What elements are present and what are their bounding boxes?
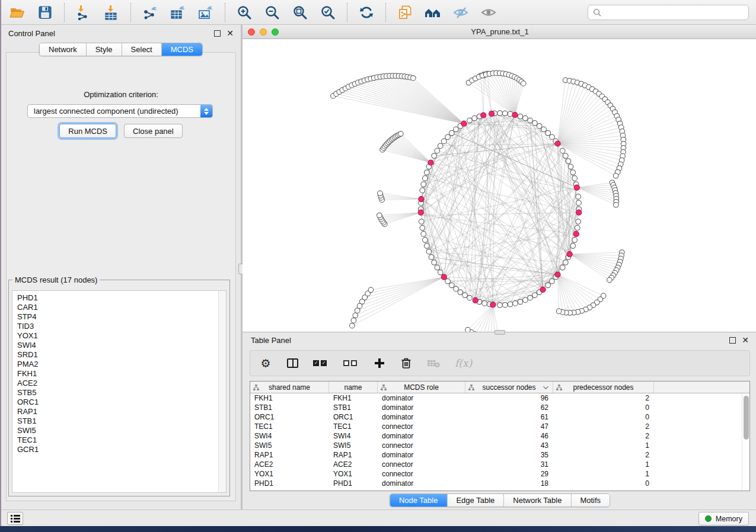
network-node[interactable]	[421, 182, 426, 187]
network-node[interactable]	[576, 194, 581, 200]
network-node-dominator[interactable]	[555, 141, 560, 146]
network-node[interactable]	[614, 203, 619, 208]
horizontal-splitter-grip[interactable]	[495, 330, 505, 335]
table-row[interactable]: ORC1ORC1dominator610	[250, 412, 742, 422]
network-node[interactable]	[570, 170, 576, 175]
table-row[interactable]: STB1STB1dominator620	[250, 403, 742, 412]
network-node[interactable]	[435, 148, 440, 153]
network-node[interactable]	[432, 153, 437, 159]
criterion-select[interactable]: largest connected component (undirected)	[27, 104, 213, 118]
network-node-dominator[interactable]	[428, 160, 433, 165]
open-file-button[interactable]	[8, 4, 26, 21]
result-node[interactable]: STP4	[17, 312, 226, 322]
network-node[interactable]	[355, 308, 360, 313]
network-canvas[interactable]	[243, 39, 756, 332]
network-node[interactable]	[528, 295, 533, 300]
network-node[interactable]	[465, 328, 471, 332]
network-node-dominator[interactable]	[481, 113, 486, 118]
network-node[interactable]	[454, 127, 459, 132]
network-node[interactable]	[425, 170, 430, 175]
network-node[interactable]	[482, 301, 487, 306]
tab-mcds[interactable]: MCDS	[162, 43, 202, 56]
network-node[interactable]	[422, 176, 428, 181]
network-node[interactable]	[425, 243, 430, 249]
network-node[interactable]	[537, 123, 542, 129]
network-node[interactable]	[572, 176, 578, 181]
network-node[interactable]	[570, 243, 576, 249]
network-node-dominator[interactable]	[555, 272, 560, 277]
network-node-dominator[interactable]	[574, 185, 579, 190]
zoom-fit-button[interactable]	[291, 4, 309, 21]
network-node[interactable]	[419, 219, 424, 225]
tab-edge-table[interactable]: Edge Table	[447, 494, 504, 507]
table-row[interactable]: FKH1FKH1dominator962	[250, 393, 742, 403]
network-node[interactable]	[377, 213, 382, 218]
network-node[interactable]	[350, 323, 355, 328]
network-node[interactable]	[438, 143, 443, 149]
table-row[interactable]: SWI4SWI4dominator462	[250, 431, 742, 441]
network-node[interactable]	[576, 219, 581, 225]
network-node-dominator[interactable]	[490, 302, 496, 307]
network-node[interactable]	[550, 134, 555, 140]
table-row[interactable]: RAP1RAP1dominator352	[250, 450, 742, 460]
run-mcds-button[interactable]: Run MCDS	[59, 124, 116, 138]
network-node[interactable]	[521, 81, 526, 86]
network-node[interactable]	[467, 118, 473, 123]
network-node[interactable]	[438, 270, 443, 275]
mcds-result-list[interactable]: PHD1 CAR1 STP4 TID3 YOX1 SWI4 SRD1 PMA2 …	[12, 290, 227, 493]
network-node-dominator[interactable]	[489, 111, 494, 116]
network-node[interactable]	[576, 200, 582, 206]
network-node[interactable]	[432, 260, 437, 265]
network-node[interactable]	[502, 111, 508, 116]
result-node[interactable]: FKH1	[17, 369, 226, 379]
network-node[interactable]	[575, 225, 580, 230]
search-box[interactable]	[588, 5, 749, 20]
network-node[interactable]	[497, 303, 503, 308]
column-header-shared-name[interactable]: shared name	[250, 382, 329, 393]
network-node[interactable]	[532, 293, 538, 298]
result-node[interactable]: STB1	[17, 416, 226, 426]
column-header-mcds-role[interactable]: MCDS role	[378, 382, 465, 393]
result-node[interactable]: TID3	[17, 322, 226, 331]
network-node[interactable]	[572, 238, 578, 243]
result-node[interactable]: PMA2	[17, 360, 226, 369]
clone-network-button[interactable]	[396, 4, 414, 21]
network-node[interactable]	[560, 148, 565, 153]
search-input[interactable]	[605, 8, 744, 17]
tab-motifs[interactable]: Motifs	[571, 494, 610, 507]
network-node[interactable]	[449, 130, 455, 136]
network-node[interactable]	[435, 265, 440, 270]
network-node[interactable]	[472, 116, 477, 121]
network-node[interactable]	[563, 260, 569, 265]
result-scrollbar[interactable]	[218, 291, 226, 492]
network-node[interactable]	[546, 130, 551, 136]
network-node[interactable]	[563, 153, 569, 159]
network-node[interactable]	[502, 302, 508, 307]
network-node[interactable]	[445, 279, 451, 284]
result-node[interactable]: STB5	[17, 388, 226, 398]
network-node-dominator[interactable]	[512, 112, 518, 117]
network-node[interactable]	[429, 255, 434, 260]
zoom-out-button[interactable]	[263, 4, 281, 21]
network-node-dominator[interactable]	[419, 197, 424, 202]
hide-selected-button[interactable]	[452, 4, 470, 21]
network-node[interactable]	[556, 309, 562, 314]
delete-column-icon[interactable]	[400, 356, 412, 370]
tab-style[interactable]: Style	[87, 43, 122, 56]
settings-gear-icon[interactable]: ⚙	[260, 356, 272, 370]
table-scrollbar[interactable]	[742, 393, 749, 491]
scrollbar-thumb[interactable]	[744, 396, 749, 440]
network-node[interactable]	[426, 249, 432, 254]
network-node-dominator[interactable]	[540, 287, 546, 292]
network-node[interactable]	[458, 290, 463, 295]
export-image-button[interactable]	[197, 4, 215, 21]
tab-network-table[interactable]: Network Table	[504, 494, 571, 507]
network-node[interactable]	[462, 293, 468, 298]
first-neighbors-button[interactable]	[424, 4, 442, 21]
network-node[interactable]	[420, 225, 425, 230]
network-node[interactable]	[467, 295, 473, 300]
result-node[interactable]: YOX1	[17, 331, 226, 341]
column-header-name[interactable]: name	[329, 382, 378, 393]
network-node-dominator[interactable]	[576, 210, 582, 215]
export-network-button[interactable]	[141, 4, 159, 21]
